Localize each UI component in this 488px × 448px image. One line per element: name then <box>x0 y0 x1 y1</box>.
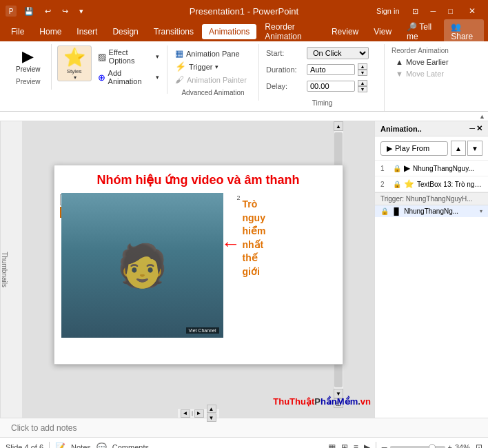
horizontal-scrollbar[interactable]: ◄ ► ▲ ▼ <box>178 408 219 418</box>
timing-delay-label: Delay: <box>266 82 304 90</box>
fit-slide-icon[interactable]: ⊡ <box>476 442 482 449</box>
save-btn[interactable]: 💾 <box>21 6 37 17</box>
animation-pane-button[interactable]: ▦ Animation Pane <box>172 47 254 60</box>
timing-duration-input[interactable] <box>307 64 355 75</box>
watermark-thu: Thu <box>273 396 289 407</box>
play-from-button[interactable]: ▶ Play From <box>380 141 448 156</box>
title-bar-left: P 💾 ↩ ↪ ▾ <box>6 6 87 17</box>
timing-duration-spin[interactable]: ▲ ▼ <box>358 63 367 76</box>
anim-item-1-num: 1 <box>380 165 390 172</box>
timing-start-select[interactable]: On Click With Previous After Previous <box>307 47 369 59</box>
ribbon-display-btn[interactable]: ⊡ <box>409 6 422 17</box>
menu-view[interactable]: View <box>367 24 398 39</box>
timing-delay-row: Delay: ▲ ▼ <box>266 80 378 92</box>
zoom-in-icon[interactable]: + <box>448 443 452 449</box>
customize-btn[interactable]: ▾ <box>76 6 87 17</box>
effect-options-button[interactable]: ▨ Effect Options ▾ <box>94 47 163 66</box>
menu-home[interactable]: Home <box>32 24 68 39</box>
sign-in-btn[interactable]: Sign in <box>373 6 403 17</box>
painter-label: Animation Painter <box>187 76 247 84</box>
reorder-animation-group: Reorder Animation ▲ Move Earlier ▼ Move … <box>386 44 482 83</box>
anim-item-1-text: NhungThangNguy... <box>413 165 482 172</box>
menu-slideshow[interactable]: Reorder Animation <box>258 19 323 44</box>
hscroll-track[interactable] <box>192 411 193 416</box>
comments-btn[interactable]: Comments <box>112 443 149 449</box>
notes-icon: 📝 <box>55 442 65 449</box>
trigger-icon: ⚡ <box>175 61 186 72</box>
menu-design[interactable]: Design <box>105 24 145 39</box>
powerpoint-icon: P <box>6 6 17 17</box>
red-arrow-icon: ← <box>221 233 241 254</box>
view-reading-icon[interactable]: ≡ <box>354 442 358 449</box>
animation-trigger-item[interactable]: 🔒 ▐▌ NhungThangNg... ▾ <box>375 205 488 217</box>
add-animation-button[interactable]: ⊕ Add Animation ▾ <box>94 68 163 87</box>
menu-transitions[interactable]: Transitions <box>147 24 201 39</box>
menu-review[interactable]: Review <box>325 24 365 39</box>
menu-bar: File Home Insert Design Transitions Anim… <box>0 22 488 41</box>
undo-btn[interactable]: ↩ <box>41 6 54 17</box>
timing-duration-down[interactable]: ▼ <box>358 70 367 76</box>
animation-list: 1 🔒 ▶ NhungThangNguy... 2 🔒 ⭐ TextBox 13… <box>375 161 488 418</box>
zoom-level: 34% <box>455 443 470 449</box>
trigger-item-bar-icon: ▐▌ <box>392 207 401 215</box>
thumbnails-label: Thumbnails <box>1 252 8 287</box>
ribbon-collapse-icon[interactable]: ▲ <box>479 113 485 120</box>
status-bar: Slide 4 of 6 📝 Notes 💬 Comments ▦ ⊞ ≡ ▶ … <box>0 437 488 448</box>
preview-group-label: Preview <box>16 78 41 87</box>
ribbon-collapse-row: ▲ <box>0 112 488 121</box>
timing-delay-spin[interactable]: ▲ ▼ <box>358 80 367 92</box>
timing-delay-up[interactable]: ▲ <box>358 80 367 86</box>
view-normal-icon[interactable]: ▦ <box>328 442 336 449</box>
status-left: Slide 4 of 6 📝 Notes 💬 Comments <box>6 442 149 449</box>
view-slide-sorter-icon[interactable]: ⊞ <box>341 442 348 449</box>
trigger-button[interactable]: ⚡ Trigger ▾ <box>172 60 254 73</box>
notes-btn[interactable]: Notes <box>71 443 91 449</box>
redo-btn[interactable]: ↪ <box>59 6 72 17</box>
animation-nav-up[interactable]: ▲ <box>451 141 466 156</box>
zoom-slider[interactable] <box>390 446 445 449</box>
menu-tellme[interactable]: 🔎 Tell me <box>400 19 443 44</box>
status-divider-1 <box>49 442 50 449</box>
hscroll-right-btn[interactable]: ► <box>194 409 204 418</box>
ribbon-groups: ▶ Preview Preview ⭐ Styles ▾ ▨ Effect Op… <box>6 44 482 111</box>
zoom-thumb[interactable] <box>429 444 436 449</box>
animation-nav-down[interactable]: ▼ <box>467 141 482 156</box>
menu-animations[interactable]: Animations <box>202 24 256 39</box>
effect-options-icon: ▨ <box>98 52 106 62</box>
animation-styles-button[interactable]: ⭐ Styles ▾ <box>57 45 92 81</box>
animation-group: ⭐ Styles ▾ ▨ Effect Options ▾ ⊕ Add Anim… <box>53 44 259 101</box>
animation-panel-collapse-icon[interactable]: ─ <box>469 124 475 133</box>
animation-painter-button[interactable]: 🖌 Animation Painter <box>172 73 254 86</box>
watermark: ThuThuậtPhầnMềm.vn <box>273 396 371 407</box>
timing-delay-input[interactable] <box>307 81 355 92</box>
menu-share[interactable]: 👥 Share <box>444 19 484 44</box>
trigger-item-text: NhungThangNg... <box>404 207 477 215</box>
timing-duration-up[interactable]: ▲ <box>358 63 367 70</box>
animation-pane-icon: ▦ <box>175 48 183 59</box>
watermark-phan: hần <box>321 396 337 407</box>
hscroll-left-btn[interactable]: ◄ <box>181 409 190 418</box>
animation-panel-title-text: Animation.. <box>380 125 422 133</box>
move-later-button[interactable]: ▼ Move Later <box>392 68 477 79</box>
minimize-btn[interactable]: ─ <box>427 6 440 17</box>
scroll-up-btn[interactable]: ▲ <box>334 121 343 131</box>
timing-delay-down[interactable]: ▼ <box>358 86 367 92</box>
slide-content-row: ▲ ▼ ◱ Nhóm hiệu ứng video và âm thanh 1 … <box>22 121 488 418</box>
preview-button[interactable]: ▶ Preview <box>12 47 44 75</box>
animation-item-2[interactable]: 2 🔒 ⭐ TextBox 13: Trò ngu... <box>375 176 488 192</box>
watermark-vn: vn <box>360 396 371 407</box>
maximize-btn[interactable]: □ <box>445 6 456 17</box>
zoom-out-icon[interactable]: ─ <box>382 443 387 449</box>
extra-scroll-down[interactable]: ▼ <box>207 414 216 422</box>
move-earlier-button[interactable]: ▲ Move Earlier <box>392 57 477 68</box>
thumbnails-sidebar: Thumbnails <box>0 121 22 418</box>
view-slideshow-icon[interactable]: ▶ <box>364 442 370 449</box>
menu-file[interactable]: File <box>4 24 31 39</box>
menu-insert[interactable]: Insert <box>70 24 104 39</box>
animation-item-1[interactable]: 1 🔒 ▶ NhungThangNguy... <box>375 161 488 176</box>
video-channel-label: Viet Channel <box>186 327 219 334</box>
timing-start-label: Start: <box>266 49 304 57</box>
animation-panel-close-icon[interactable]: ✕ <box>476 124 482 133</box>
effect-options-dropdown-icon: ▾ <box>156 53 159 60</box>
move-earlier-label: Move Earlier <box>406 58 449 66</box>
